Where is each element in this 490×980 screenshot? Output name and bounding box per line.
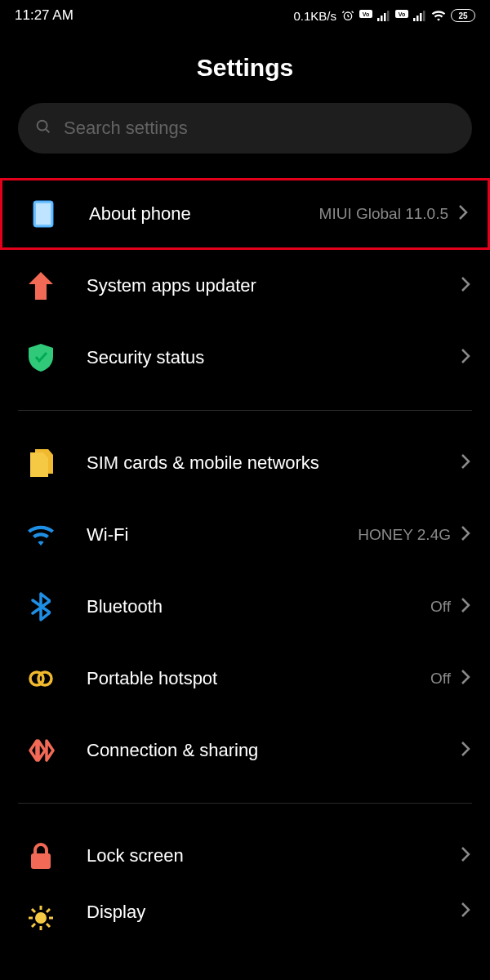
row-label: Security status	[87, 347, 461, 368]
chevron-right-icon	[461, 453, 470, 473]
svg-rect-3	[377, 18, 380, 21]
phone-icon	[27, 198, 60, 230]
chevron-right-icon	[461, 276, 470, 296]
row-label: Portable hotspot	[87, 668, 430, 689]
search-input[interactable]: Search settings	[18, 103, 472, 154]
svg-rect-16	[36, 203, 51, 225]
svg-marker-22	[47, 741, 53, 760]
divider	[18, 410, 472, 411]
sim-card-icon	[24, 447, 57, 479]
battery-icon: 25	[451, 9, 475, 22]
row-portable-hotspot[interactable]: Portable hotspot Off	[0, 643, 490, 715]
svg-text:Vo: Vo	[363, 11, 369, 17]
alarm-icon	[341, 9, 354, 22]
row-label: SIM cards & mobile networks	[87, 452, 461, 474]
svg-line-29	[32, 909, 35, 912]
row-display[interactable]: Display	[0, 892, 490, 931]
row-label: Lock screen	[87, 845, 461, 866]
row-system-apps-updater[interactable]: System apps updater	[0, 250, 490, 322]
status-time: 11:27 AM	[15, 7, 74, 24]
row-connection-sharing[interactable]: Connection & sharing	[0, 715, 490, 786]
row-label: About phone	[89, 203, 319, 225]
svg-rect-12	[423, 11, 425, 21]
row-label: System apps updater	[87, 275, 461, 296]
svg-rect-6	[387, 11, 390, 21]
row-about-phone[interactable]: About phone MIUI Global 11.0.5	[0, 178, 490, 250]
lock-icon	[24, 840, 57, 872]
signal-icon-2	[413, 10, 426, 21]
svg-rect-23	[31, 853, 51, 869]
update-arrow-icon	[24, 270, 57, 302]
brightness-icon	[24, 902, 57, 934]
status-right: 0.1KB/s Vo Vo 25	[293, 9, 475, 23]
svg-rect-10	[416, 16, 419, 21]
divider	[18, 803, 472, 804]
status-speed: 0.1KB/s	[293, 9, 336, 23]
svg-marker-20	[30, 741, 37, 760]
svg-line-31	[47, 909, 50, 912]
row-label: Wi-Fi	[87, 524, 358, 546]
row-sim-cards[interactable]: SIM cards & mobile networks	[0, 427, 490, 499]
signal-icon-1	[377, 10, 390, 21]
svg-rect-5	[384, 13, 386, 21]
shield-check-icon	[24, 341, 57, 374]
svg-point-24	[35, 912, 47, 924]
connection-sharing-icon	[24, 734, 57, 767]
svg-point-13	[38, 121, 47, 131]
row-value: HONEY 2.4G	[358, 526, 451, 544]
wifi-status-icon	[431, 10, 446, 21]
svg-marker-21	[38, 741, 45, 760]
chevron-right-icon	[461, 348, 470, 368]
status-bar: 11:27 AM 0.1KB/s Vo Vo 25	[0, 0, 490, 31]
row-value: Off	[430, 598, 451, 616]
svg-line-14	[46, 129, 49, 132]
svg-rect-4	[381, 16, 383, 21]
svg-point-19	[38, 672, 51, 685]
chevron-right-icon	[461, 741, 470, 760]
chevron-right-icon	[461, 597, 470, 617]
chevron-right-icon	[458, 204, 468, 224]
hotspot-icon	[24, 662, 57, 695]
wifi-icon	[24, 519, 57, 551]
row-security-status[interactable]: Security status	[0, 322, 490, 394]
volte-icon-1: Vo	[359, 10, 372, 21]
svg-rect-9	[413, 18, 416, 21]
row-label: Connection & sharing	[87, 740, 461, 761]
page-title: Settings	[0, 54, 490, 82]
svg-line-30	[47, 924, 50, 927]
chevron-right-icon	[461, 846, 470, 866]
row-lock-screen[interactable]: Lock screen	[0, 820, 490, 892]
bluetooth-icon	[24, 590, 57, 623]
chevron-right-icon	[461, 525, 470, 545]
row-label: Display	[87, 902, 461, 923]
row-value: Off	[430, 670, 451, 688]
row-bluetooth[interactable]: Bluetooth Off	[0, 571, 490, 643]
row-label: Bluetooth	[87, 596, 430, 617]
chevron-right-icon	[461, 669, 470, 688]
volte-icon-2: Vo	[395, 10, 408, 21]
search-placeholder: Search settings	[64, 118, 188, 139]
chevron-right-icon	[461, 902, 470, 921]
row-value: MIUI Global 11.0.5	[319, 205, 448, 223]
svg-rect-11	[420, 13, 422, 21]
row-wifi[interactable]: Wi-Fi HONEY 2.4G	[0, 499, 490, 571]
svg-marker-17	[29, 272, 53, 300]
svg-text:Vo: Vo	[399, 11, 405, 17]
search-icon	[34, 118, 52, 139]
svg-line-32	[32, 924, 35, 927]
